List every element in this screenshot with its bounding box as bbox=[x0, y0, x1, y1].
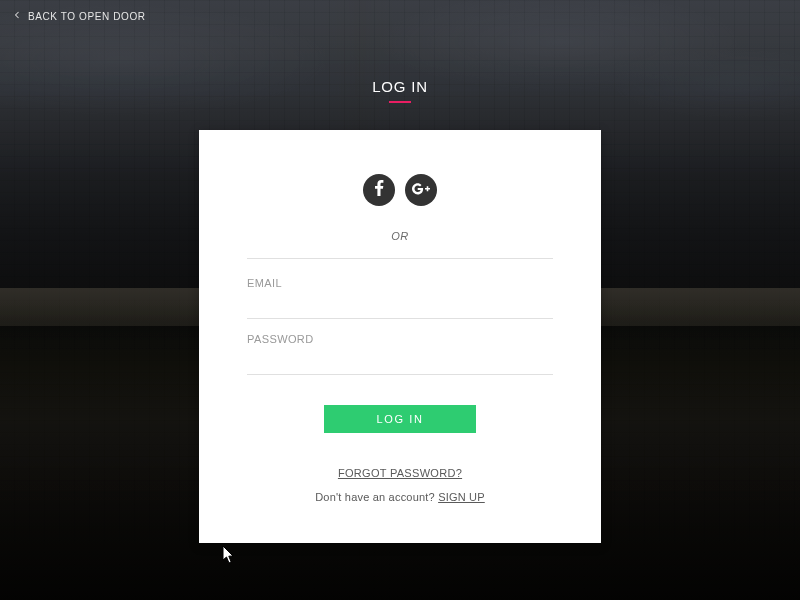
back-label: BACK TO OPEN DOOR bbox=[28, 11, 146, 22]
back-link[interactable]: BACK TO OPEN DOOR bbox=[8, 8, 150, 24]
social-login-row bbox=[247, 174, 553, 206]
page-title-wrap: LOG IN bbox=[0, 78, 800, 103]
facebook-icon bbox=[374, 180, 384, 200]
arrow-left-icon bbox=[12, 10, 22, 22]
divider bbox=[247, 258, 553, 259]
email-field[interactable] bbox=[247, 291, 553, 319]
signup-line: Don't have an account? SIGN UP bbox=[247, 491, 553, 503]
google-plus-icon bbox=[412, 181, 430, 199]
login-card: OR EMAIL PASSWORD LOG IN FORGOT PASSWORD… bbox=[199, 130, 601, 543]
facebook-login-button[interactable] bbox=[363, 174, 395, 206]
email-block: EMAIL bbox=[247, 277, 553, 319]
extra-links: FORGOT PASSWORD? Don't have an account? … bbox=[247, 463, 553, 503]
google-login-button[interactable] bbox=[405, 174, 437, 206]
email-label: EMAIL bbox=[247, 277, 553, 289]
password-field[interactable] bbox=[247, 347, 553, 375]
title-underline bbox=[389, 101, 411, 103]
page-title: LOG IN bbox=[372, 78, 428, 95]
signup-link[interactable]: SIGN UP bbox=[438, 491, 485, 503]
or-separator: OR bbox=[247, 230, 553, 242]
password-label: PASSWORD bbox=[247, 333, 553, 345]
signup-prompt: Don't have an account? bbox=[315, 491, 438, 503]
login-button[interactable]: LOG IN bbox=[324, 405, 476, 433]
password-block: PASSWORD bbox=[247, 333, 553, 375]
forgot-password-link[interactable]: FORGOT PASSWORD? bbox=[338, 467, 462, 479]
